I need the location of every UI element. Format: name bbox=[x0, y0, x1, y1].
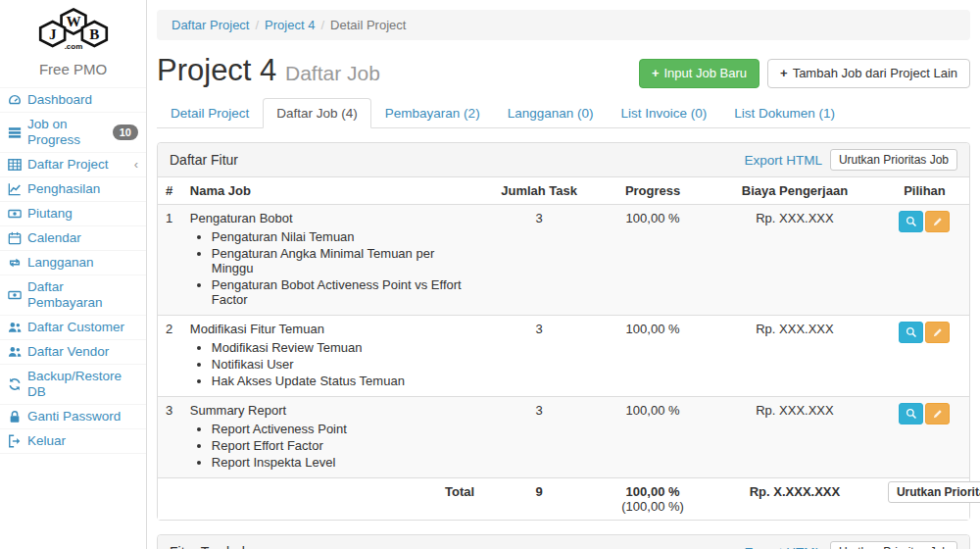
sign-out-icon bbox=[8, 434, 22, 448]
sidebar-item-dashboard[interactable]: Dashboard bbox=[0, 88, 146, 112]
sidebar-item-keluar[interactable]: Keluar bbox=[0, 429, 146, 453]
project-tabs: Detail Project Daftar Job (4) Pembayaran… bbox=[157, 98, 970, 128]
tab-pembayaran[interactable]: Pembayaran (2) bbox=[371, 98, 494, 128]
panel-fitur-tambahan: Fitur Tambahan Export HTML Urutkan Prior… bbox=[157, 534, 970, 549]
svg-text:W: W bbox=[66, 14, 80, 29]
sidebar-item-label: Langganan bbox=[27, 255, 94, 271]
sidebar-item-daftar-customer[interactable]: Daftar Customer bbox=[0, 316, 146, 339]
breadcrumb: Daftar Project/Project 4/Detail Project bbox=[157, 10, 970, 40]
svg-text:.com: .com bbox=[64, 42, 82, 51]
edit-job-button[interactable] bbox=[925, 403, 950, 424]
page-subtitle: Daftar Job bbox=[285, 62, 380, 84]
subtask-list: Modifikasi Review Temuan Notifikasi User… bbox=[212, 340, 474, 388]
app-logo: W J B .com Free PMO bbox=[0, 0, 146, 87]
sidebar: W J B .com Free PMO Dashboard Job on Pro… bbox=[0, 0, 147, 549]
line-chart-icon bbox=[8, 182, 22, 196]
urutkan-prioritas-job-button[interactable]: Urutkan Prioritas Job bbox=[888, 481, 980, 503]
input-job-baru-button[interactable]: +Input Job Baru bbox=[639, 59, 760, 88]
tab-daftar-job[interactable]: Daftar Job (4) bbox=[263, 98, 371, 128]
sidebar-item-backup-restore-db[interactable]: Backup/Restore DB bbox=[0, 365, 146, 404]
tambah-job-dari-project-lain-button[interactable]: +Tambah Job dari Project Lain bbox=[767, 59, 970, 88]
col-pilihan: Pilihan bbox=[880, 177, 969, 205]
users-icon bbox=[8, 321, 22, 334]
sidebar-item-label: Calendar bbox=[27, 230, 81, 246]
table-icon bbox=[8, 158, 22, 172]
lock-icon bbox=[8, 410, 22, 424]
sidebar-item-daftar-pembayaran[interactable]: Daftar Pembayaran bbox=[0, 275, 146, 315]
export-html-link[interactable]: Export HTML bbox=[744, 153, 822, 168]
subtask-list: Pengaturan Nilai Temuan Pengaturan Angka… bbox=[212, 229, 474, 307]
edit-job-button[interactable] bbox=[925, 322, 950, 343]
tab-langganan[interactable]: Langganan (0) bbox=[494, 98, 608, 128]
sidebar-item-label: Dashboard bbox=[27, 92, 92, 108]
money-icon bbox=[8, 207, 22, 221]
users-icon bbox=[8, 345, 22, 359]
tasks-icon bbox=[8, 125, 22, 139]
breadcrumb-daftar-project[interactable]: Daftar Project bbox=[172, 18, 249, 32]
sidebar-item-calendar[interactable]: Calendar bbox=[0, 226, 146, 250]
subtask-list: Report Activeness Point Report Effort Fa… bbox=[212, 422, 474, 470]
job-name: Modifikasi Fitur Temuan bbox=[190, 322, 324, 336]
retweet-icon bbox=[8, 256, 22, 270]
money-icon bbox=[8, 288, 22, 302]
sidebar-item-job-on-progress[interactable]: Job on Progress 10 bbox=[0, 113, 146, 152]
panel-title: Daftar Fitur bbox=[170, 152, 238, 168]
tab-list-invoice[interactable]: List Invoice (0) bbox=[607, 98, 720, 128]
col-progress: Progress bbox=[596, 177, 710, 205]
col-num: # bbox=[158, 177, 182, 205]
total-cost: Rp. X.XXX.XXX bbox=[710, 478, 880, 521]
export-html-link[interactable]: Export HTML bbox=[744, 545, 822, 549]
sidebar-item-daftar-vendor[interactable]: Daftar Vendor bbox=[0, 340, 146, 364]
svg-text:B: B bbox=[89, 26, 99, 42]
sidebar-item-label: Daftar Customer bbox=[27, 320, 124, 335]
sidebar-item-label: Penghasilan bbox=[27, 181, 100, 197]
col-nama-job: Nama Job bbox=[182, 177, 482, 205]
daftar-fitur-table: # Nama Job Jumlah Task Progress Biaya Pe… bbox=[158, 177, 969, 520]
total-label: Total bbox=[182, 478, 482, 521]
table-row: 3 Summary Report Report Activeness Point… bbox=[158, 397, 969, 478]
panel-title: Fitur Tambahan bbox=[170, 544, 265, 549]
total-progress: 100,00 % bbox=[626, 484, 680, 499]
sidebar-item-label: Daftar Project bbox=[27, 157, 109, 173]
main-content: Daftar Project/Project 4/Detail Project … bbox=[148, 0, 980, 549]
col-jumlah-task: Jumlah Task bbox=[482, 177, 596, 205]
search-icon bbox=[906, 408, 917, 420]
dashboard-icon bbox=[8, 93, 22, 107]
sidebar-item-piutang[interactable]: Piutang bbox=[0, 202, 146, 225]
sidebar-item-penghasilan[interactable]: Penghasilan bbox=[0, 177, 146, 201]
table-row: 1 Pengaturan Bobot Pengaturan Nilai Temu… bbox=[158, 205, 969, 316]
pencil-icon bbox=[932, 326, 944, 338]
jwb-logo-icon: W J B .com bbox=[28, 6, 119, 53]
brand-name: Free PMO bbox=[0, 61, 146, 77]
sidebar-item-daftar-project[interactable]: Daftar Project ‹ bbox=[0, 153, 146, 176]
sidebar-item-label: Keluar bbox=[27, 433, 66, 449]
breadcrumb-project-4[interactable]: Project 4 bbox=[265, 18, 315, 32]
tab-list-dokumen[interactable]: List Dokumen (1) bbox=[720, 98, 849, 128]
sidebar-item-langganan[interactable]: Langganan bbox=[0, 251, 146, 274]
sidebar-item-label: Backup/Restore DB bbox=[27, 369, 138, 400]
plus-icon: + bbox=[780, 66, 788, 81]
job-count-badge: 10 bbox=[113, 125, 138, 140]
sidebar-item-label: Daftar Pembayaran bbox=[27, 279, 138, 311]
sidebar-menu: Dashboard Job on Progress 10 Daftar Proj… bbox=[0, 87, 146, 454]
pencil-icon bbox=[932, 408, 944, 420]
sidebar-item-label: Daftar Vendor bbox=[27, 344, 109, 360]
page-header: Project 4 Daftar Job +Input Job Baru +Ta… bbox=[157, 53, 970, 88]
calendar-icon bbox=[8, 231, 22, 245]
sidebar-item-label: Piutang bbox=[27, 206, 73, 222]
view-job-button[interactable] bbox=[899, 211, 923, 232]
edit-job-button[interactable] bbox=[925, 211, 950, 232]
plus-icon: + bbox=[652, 66, 660, 81]
total-progress-note: (100,00 %) bbox=[621, 499, 684, 514]
urutkan-prioritas-job-button[interactable]: Urutkan Prioritas Job bbox=[830, 541, 957, 549]
sidebar-item-ganti-password[interactable]: Ganti Password bbox=[0, 405, 146, 428]
sidebar-item-label: Ganti Password bbox=[27, 409, 121, 424]
job-name: Pengaturan Bobot bbox=[190, 211, 293, 225]
urutkan-prioritas-job-button[interactable]: Urutkan Prioritas Job bbox=[830, 149, 957, 171]
view-job-button[interactable] bbox=[899, 322, 923, 343]
table-row: 2 Modifikasi Fitur Temuan Modifikasi Rev… bbox=[158, 316, 969, 397]
breadcrumb-current: Detail Project bbox=[330, 18, 406, 32]
view-job-button[interactable] bbox=[899, 403, 923, 424]
tab-detail-project[interactable]: Detail Project bbox=[157, 98, 263, 128]
job-name: Summary Report bbox=[190, 403, 286, 418]
